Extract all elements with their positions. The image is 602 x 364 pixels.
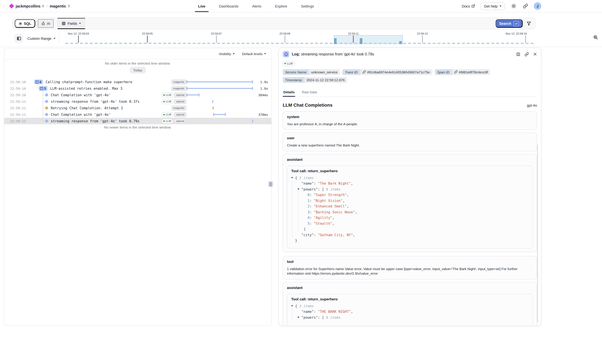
ai-mode-button[interactable]: AI xyxy=(38,19,54,28)
chevron-updown-icon xyxy=(68,5,70,8)
indent-guide xyxy=(292,309,292,320)
search-button[interactable]: Search xyxy=(496,19,523,28)
tool-call-card: Tool call: return_superhero { 3 items"na… xyxy=(287,294,533,326)
funnel-icon xyxy=(527,21,531,26)
json-line: 2: "Enhanced Smell", xyxy=(291,204,528,209)
get-help-button[interactable]: Get help xyxy=(480,2,505,10)
user-avatar[interactable]: J xyxy=(534,2,541,10)
log-timestamp: 22:59:10 xyxy=(10,93,30,97)
collapse-count-badge[interactable]: 6 xyxy=(34,80,43,84)
grip-dots-icon xyxy=(270,183,272,186)
sql-mode-button[interactable]: SQL xyxy=(15,19,35,28)
llm-type-badge-row: LLM xyxy=(283,60,537,66)
docs-link[interactable]: Docs xyxy=(462,4,475,8)
log-timestamp: 22:59:10 xyxy=(10,87,30,90)
return-key-icon xyxy=(514,21,519,26)
meta-tag-label: Timestamp xyxy=(283,77,304,83)
collapse-icon[interactable] xyxy=(291,305,293,307)
chevron-down-icon xyxy=(79,23,81,24)
green-dot-icon xyxy=(163,101,165,102)
sidebar-toggle-button[interactable] xyxy=(14,34,23,43)
visibility-dropdown[interactable]: Visibility xyxy=(219,52,235,56)
org-selector[interactable]: jackmpcollins xyxy=(16,4,44,8)
log-badges: magentic xyxy=(161,86,186,91)
json-line: } xyxy=(291,238,528,243)
chat-message-card: assistant Tool call: return_superhero { … xyxy=(283,154,537,252)
time-range-selector[interactable]: Custom Range xyxy=(27,34,56,43)
detail-tab-raw-data[interactable]: Raw Data xyxy=(301,88,317,96)
divider xyxy=(59,34,59,43)
theme-toggle-button[interactable] xyxy=(510,3,517,9)
collapse-icon xyxy=(40,87,43,90)
filter-button[interactable] xyxy=(527,21,531,26)
nav-tab-alerts[interactable]: Alerts xyxy=(250,0,263,12)
timeline-axis xyxy=(65,43,534,44)
side-panel-icon[interactable] xyxy=(516,52,520,56)
collapse-icon[interactable] xyxy=(291,177,293,178)
share-link-button[interactable] xyxy=(522,3,528,9)
message-role: system xyxy=(287,115,533,119)
timeline[interactable]: Nov 12, 22:59:03 22:59:05 22:59:07 22:59… xyxy=(65,31,534,47)
log-timestamp: 22:59:12 xyxy=(10,119,30,123)
log-row[interactable]: 22:59:10 6 Calling chatprompt-function m… xyxy=(4,79,271,85)
fields-button[interactable]: Fields xyxy=(57,18,85,29)
detail-tab-details[interactable]: Details xyxy=(283,88,295,96)
link-icon xyxy=(454,70,458,74)
section-title: LLM Chat Completions xyxy=(283,102,333,107)
span-bar-zone xyxy=(186,85,253,92)
detail-header: Log: streaming response from 'gpt-4o' to… xyxy=(283,51,537,57)
timeline-tick-label: 22:59:09 xyxy=(280,32,290,35)
nav-actions: Docs Get help J xyxy=(462,0,541,12)
magnifier-plus-icon xyxy=(593,35,598,40)
log-row[interactable]: 22:59:10 5 LLM-assisted retries enabled.… xyxy=(4,85,271,92)
no-newer-items-note: No newer items in the selected time wind… xyxy=(4,125,271,129)
zoom-in-button[interactable] xyxy=(593,35,598,40)
message-role: tool xyxy=(287,260,533,263)
log-detail-panel: Log: streaming response from 'gpt-4o' to… xyxy=(279,48,541,326)
timeline-tick-mark xyxy=(422,36,423,43)
span-diamond-icon xyxy=(45,106,48,110)
collapse-icon[interactable] xyxy=(297,188,299,190)
close-icon[interactable] xyxy=(533,52,537,56)
indent-guide xyxy=(298,193,299,231)
message-text: You are professor A, in charge of the A-… xyxy=(287,122,533,126)
meta-tag-value[interactable]: #fd81e8f78c4ecc9f xyxy=(452,69,490,75)
green-dot-icon xyxy=(284,63,286,64)
span-bar-zone xyxy=(186,118,253,124)
message-role: assistant xyxy=(287,157,533,161)
tree-line xyxy=(37,88,39,88)
panel-resize-handle[interactable] xyxy=(268,181,273,187)
project-selector[interactable]: magentic xyxy=(50,4,70,8)
section-header: LLM Chat Completions gpt-4o xyxy=(283,102,537,107)
copy-link-icon[interactable] xyxy=(525,52,529,56)
span-bar xyxy=(186,94,199,96)
llm-badge: LLM xyxy=(161,112,173,117)
today-pill[interactable]: Today xyxy=(129,67,146,73)
query-input[interactable] xyxy=(85,18,496,29)
nav-tab-settings[interactable]: Settings xyxy=(299,0,316,12)
event-tick xyxy=(213,106,214,109)
sun-icon xyxy=(511,4,516,9)
attribute-badge: openai xyxy=(174,99,186,104)
meta-tag-value[interactable]: #9146a6974e4e6140538043607a71c75e xyxy=(360,69,432,75)
log-rows: 22:59:10 6 Calling chatprompt-function m… xyxy=(4,79,271,124)
log-message: Chat Completion with 'gpt-4o' xyxy=(51,113,111,116)
collapse-icon[interactable] xyxy=(297,317,299,318)
meta-tag-value: unknown_service xyxy=(309,69,340,75)
nav-tab-dashboards[interactable]: Dashboards xyxy=(217,0,240,12)
histogram-bar xyxy=(360,38,363,44)
timeline-tick-label: 22:59:05 xyxy=(142,32,153,35)
span-diamond-icon xyxy=(45,100,48,103)
log-timestamp: 22:59:11 xyxy=(10,106,30,110)
json-viewer: { 3 items"name": "THE BARK NIGHT","power… xyxy=(291,303,528,320)
attribute-badge: magentic xyxy=(171,105,186,110)
collapse-count-badge[interactable]: 5 xyxy=(39,86,47,91)
default-levels-dropdown[interactable]: Default levels xyxy=(242,52,266,56)
histogram-bar xyxy=(334,38,337,44)
detail-scrollbar[interactable] xyxy=(537,145,538,322)
meta-tag: Span ID #fd81e8f78c4ecc9f xyxy=(435,69,490,75)
message-role: assistant xyxy=(287,286,533,290)
nav-tab-explore[interactable]: Explore xyxy=(273,0,289,12)
info-icon xyxy=(283,51,289,57)
nav-tab-live[interactable]: Live xyxy=(196,0,207,12)
